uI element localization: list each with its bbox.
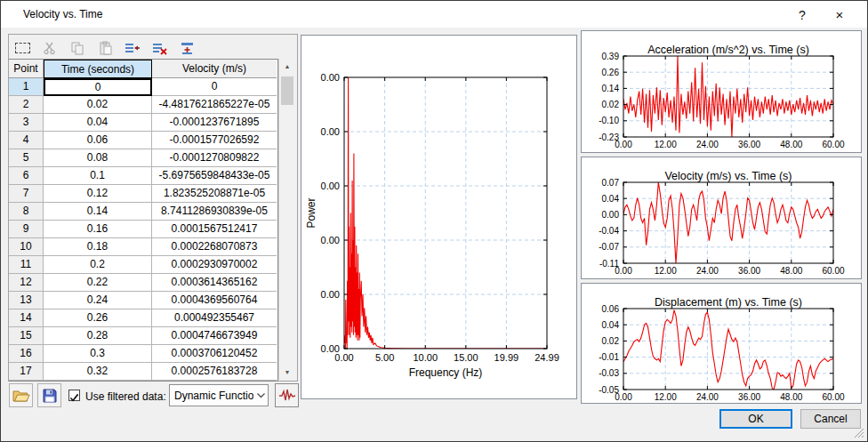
delete-point-button[interactable] [150,39,170,57]
time-cell[interactable]: 0.04 [44,114,152,132]
vertical-scrollbar[interactable]: ▲ ▼ [278,59,296,380]
waveform-icon [278,389,296,403]
copy-icon [70,41,84,55]
svg-text:-0.11: -0.11 [599,259,619,269]
velocity-cell[interactable]: 0.0001567512417 [152,221,277,238]
data-table-body: 10020.02-4.4817621865227e-0530.04-0.0001… [9,78,277,381]
row-header-cell[interactable]: 17 [9,363,44,381]
scroll-down-icon[interactable]: ▼ [279,365,295,380]
column-header-point[interactable]: Point [9,60,44,78]
svg-text:60.00: 60.00 [822,140,844,149]
velocity-cell[interactable]: 0.000492355467 [152,309,277,327]
column-header-velocity[interactable]: Velocity (m/s) [152,60,277,78]
insert-point-button[interactable] [123,39,142,57]
time-cell[interactable]: 0.24 [44,292,152,309]
filter-waveform-button[interactable] [275,383,299,407]
time-cell[interactable]: 0.22 [44,274,152,292]
velocity-cell[interactable]: 0.0003614365162 [152,274,277,292]
function-dropdown[interactable]: Dynamic Function 1 [169,384,269,406]
use-filtered-label: Use filtered data: [85,390,166,403]
table-row: 30.04-0.0001237671895 [9,114,277,132]
row-header-cell[interactable]: 6 [9,167,44,185]
svg-text:0.02: 0.02 [602,336,620,346]
row-header-cell[interactable]: 11 [9,256,44,274]
use-filtered-checkbox[interactable] [68,390,80,401]
velocity-cell[interactable]: 1.823525208871e-05 [152,185,277,203]
scroll-up-icon[interactable]: ▲ [279,59,295,74]
svg-text:24.00: 24.00 [696,266,719,276]
time-cell[interactable]: 0.2 [44,256,152,274]
save-icon [43,389,57,403]
time-cell[interactable]: 0.1 [44,167,152,185]
row-header-cell[interactable]: 15 [9,327,44,345]
select-region-button[interactable] [12,39,32,57]
time-cell[interactable]: 0.06 [44,132,152,149]
row-header-cell[interactable]: 13 [9,292,44,309]
ok-button[interactable]: OK [719,409,792,429]
velocity-cell[interactable]: -0.0001237671895 [152,114,277,132]
append-point-button[interactable] [178,39,197,57]
row-header-cell[interactable]: 16 [9,345,44,363]
velocity-cell[interactable]: -5.6975659848433e-05 [152,167,277,185]
velocity-cell[interactable]: 0.0003706120452 [152,345,277,363]
row-header-cell[interactable]: 10 [9,238,44,256]
column-header-time[interactable]: Time (seconds) [44,60,152,78]
time-cell[interactable]: 0.32 [44,363,152,381]
row-header-cell[interactable]: 7 [9,185,44,203]
svg-text:36.00: 36.00 [738,140,760,149]
help-button[interactable]: ? [792,4,812,24]
time-cell[interactable]: 0.12 [44,185,152,203]
svg-text:0.00: 0.00 [602,210,620,220]
svg-text:19.99: 19.99 [494,352,519,363]
row-header-cell[interactable]: 2 [9,96,44,114]
paste-icon [98,41,112,55]
row-header-cell[interactable]: 9 [9,221,44,238]
resize-grip[interactable] [852,426,864,438]
paste-button[interactable] [95,39,115,57]
row-header-cell[interactable]: 14 [9,309,44,327]
cut-button[interactable] [40,39,60,57]
velocity-cell[interactable]: -0.0001577026592 [152,132,277,149]
table-toolbar [12,38,197,58]
velocity-cell[interactable]: -4.4817621865227e-05 [152,96,277,114]
time-cell[interactable]: 0.28 [44,327,152,345]
row-header-cell[interactable]: 5 [9,149,44,167]
cut-icon [43,41,57,55]
velocity-cell[interactable]: 0 [152,78,277,96]
save-file-button[interactable] [37,383,61,407]
time-cell[interactable]: 0.18 [44,238,152,256]
time-cell[interactable]: 0.08 [44,149,152,167]
velocity-cell[interactable]: 0.0002930970002 [152,256,277,274]
row-header-cell[interactable]: 3 [9,114,44,132]
row-header-cell[interactable]: 1 [9,78,44,96]
copy-button[interactable] [68,39,87,57]
table-row: 170.320.0002576183728 [9,363,277,381]
row-header-cell[interactable]: 4 [9,132,44,149]
time-cell[interactable]: 0.26 [44,309,152,327]
svg-text:0.26: 0.26 [602,68,620,77]
velocity-cell[interactable]: 0.0004369560764 [152,292,277,309]
svg-text:12.00: 12.00 [655,266,677,276]
time-cell[interactable]: 0.16 [44,221,152,238]
time-cell[interactable]: 0.02 [44,96,152,114]
time-cell[interactable]: 0 [44,78,152,96]
velocity-cell[interactable]: 8.7411286930839e-05 [152,203,277,221]
row-header-cell[interactable]: 12 [9,274,44,292]
velocity-cell[interactable]: 0.0002268070873 [152,238,277,256]
time-cell[interactable]: 0.14 [44,203,152,221]
svg-text:0.02: 0.02 [602,100,620,109]
svg-text:24.00: 24.00 [696,392,719,402]
velocity-cell[interactable]: 0.0004746673949 [152,327,277,345]
svg-text:0.04: 0.04 [602,194,620,204]
svg-text:-0.01: -0.01 [599,352,619,362]
row-header-cell[interactable]: 8 [9,203,44,221]
time-cell[interactable]: 0.3 [44,345,152,363]
open-file-button[interactable] [9,383,33,407]
scrollbar-thumb[interactable] [281,76,293,105]
function-dropdown-value: Dynamic Function 1 [170,390,253,402]
close-button[interactable]: × [830,4,849,24]
grid-header-row: Point Time (seconds) Velocity (m/s) [9,60,277,78]
svg-text:5.00: 5.00 [375,352,394,363]
velocity-cell[interactable]: 0.0002576183728 [152,363,277,381]
velocity-cell[interactable]: -0.0001270809822 [152,149,277,167]
